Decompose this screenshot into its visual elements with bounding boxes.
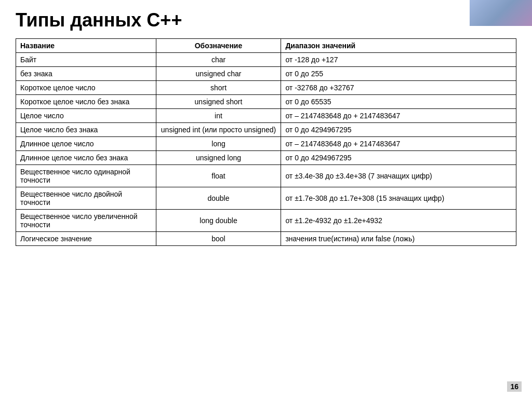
cell-notation: char [156,53,281,67]
page-number: 16 [507,381,522,392]
table-row: Длинное целое числоlongот – 2147483648 д… [16,137,516,151]
cell-range: от 0 до 4294967295 [281,123,516,137]
content-area: Название Обозначение Диапазон значений Б… [0,38,532,256]
cell-name: без знака [16,67,156,81]
cell-name: Логическое значение [16,232,156,246]
table-row: Короткое целое числоshortот -32768 до +3… [16,81,516,95]
cell-range: от – 2147483648 до + 2147483647 [281,109,516,123]
cell-name: Короткое целое число без знака [16,95,156,109]
data-types-table: Название Обозначение Диапазон значений Б… [16,38,516,246]
cell-notation: unsigned long [156,151,281,165]
cell-notation: unsigned short [156,95,281,109]
cell-notation: long [156,137,281,151]
table-row: Целое число без знакаunsigned int (или п… [16,123,516,137]
cell-range: от -128 до +127 [281,53,516,67]
cell-name: Вещественное число увеличенной точности [16,210,156,232]
table-row: без знакаunsigned charот 0 до 255 [16,67,516,81]
cell-range: от 0 до 4294967295 [281,151,516,165]
cell-notation: int [156,109,281,123]
cell-range: значения true(истина) или false (ложь) [281,232,516,246]
cell-notation: unsigned int (или просто unsigned) [156,123,281,137]
cell-notation: short [156,81,281,95]
table-row: Длинное целое число без знакаunsigned lo… [16,151,516,165]
cell-range: от ±1.2е-4932 до ±1.2е+4932 [281,210,516,232]
cell-name: Байт [16,53,156,67]
cell-name: Вещественное число двойной точности [16,187,156,210]
header-range: Диапазон значений [281,39,516,53]
table-row: Вещественное число увеличенной точностиl… [16,210,516,232]
table-row: Короткое целое число без знакаunsigned s… [16,95,516,109]
cell-notation: double [156,187,281,210]
cell-name: Вещественное число одинарной точности [16,165,156,187]
cell-notation: float [156,165,281,187]
header-notation: Обозначение [156,39,281,53]
cell-name: Длинное целое число [16,137,156,151]
table-row: Вещественное число двойной точностиdoubl… [16,187,516,210]
cell-name: Длинное целое число без знака [16,151,156,165]
cell-range: от 0 до 255 [281,67,516,81]
cell-name: Целое число без знака [16,123,156,137]
cell-range: от ±3.4е-38 до ±3.4е+38 (7 значащих цифр… [281,165,516,187]
table-header-row: Название Обозначение Диапазон значений [16,39,516,53]
cell-notation: long double [156,210,281,232]
cell-range: от – 2147483648 до + 2147483647 [281,137,516,151]
cell-range: от ±1.7е-308 до ±1.7е+308 (15 значащих ц… [281,187,516,210]
table-row: Вещественное число одинарной точностиflo… [16,165,516,187]
cell-range: от 0 до 65535 [281,95,516,109]
cell-name: Короткое целое число [16,81,156,95]
cell-range: от -32768 до +32767 [281,81,516,95]
table-row: Логическое значениеboolзначения true(ист… [16,232,516,246]
table-row: Байтcharот -128 до +127 [16,53,516,67]
header-name: Название [16,39,156,53]
cell-name: Целое число [16,109,156,123]
page-title: Типы данных С++ [0,0,532,38]
cell-notation: unsigned char [156,67,281,81]
table-row: Целое числоintот – 2147483648 до + 21474… [16,109,516,123]
top-decoration [470,0,532,26]
cell-notation: bool [156,232,281,246]
